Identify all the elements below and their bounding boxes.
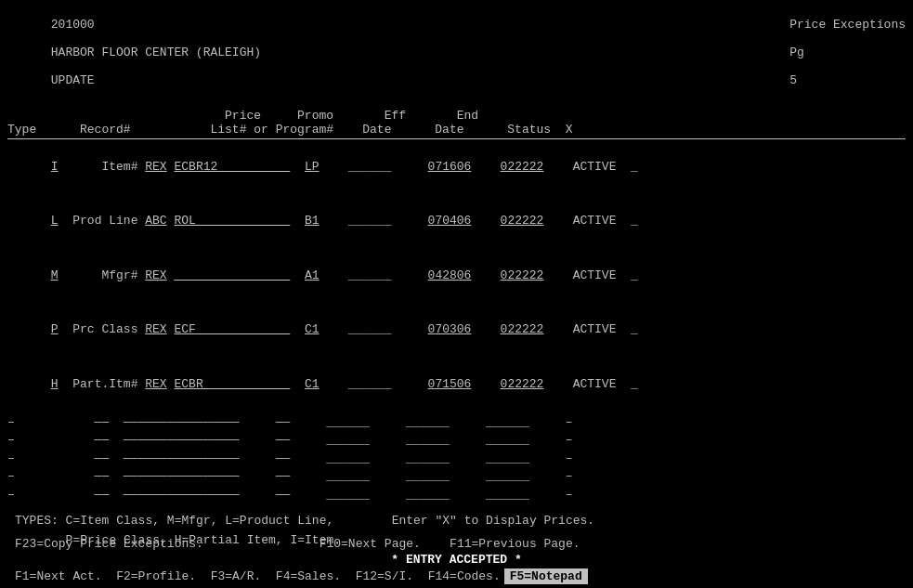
- promo-2[interactable]: ______: [348, 214, 392, 228]
- promo-1[interactable]: ______: [348, 160, 392, 174]
- status-1: ACTIVE: [573, 160, 617, 174]
- type-code-4[interactable]: P: [51, 322, 59, 336]
- bottom-bar: F23=Copy Price Exceptions. F10=Next Page…: [7, 537, 906, 584]
- rec1-5[interactable]: REX: [145, 377, 166, 391]
- rec2-5[interactable]: ECBR: [174, 377, 290, 391]
- eff-5[interactable]: 071506: [428, 377, 472, 391]
- rec1-4[interactable]: REX: [145, 322, 166, 336]
- list-1[interactable]: LP: [305, 160, 320, 174]
- eff-1[interactable]: 071606: [428, 160, 472, 174]
- list-5[interactable]: C1: [305, 377, 320, 391]
- type-label-1: Item#: [101, 160, 137, 174]
- account-number: 201000: [51, 18, 95, 32]
- table-row: P Prc Class REX ECF C1 ______ 070306 022…: [7, 303, 906, 358]
- end-4[interactable]: 022222: [501, 322, 544, 336]
- type-label-3: Mfgr#: [101, 268, 137, 282]
- promo-4[interactable]: ______: [348, 322, 392, 336]
- f5-notepad-button[interactable]: F5=Notepad: [504, 568, 588, 584]
- x-3[interactable]: _: [631, 268, 638, 282]
- empty-row: – —— ———————————————— —— ______ ______ _…: [7, 413, 906, 432]
- type-code-5[interactable]: H: [51, 377, 59, 391]
- rec2-1[interactable]: ECBR12: [174, 160, 290, 174]
- empty-row: – —— ———————————————— —— ______ ______ _…: [7, 467, 906, 486]
- rec2-3[interactable]: ___: [174, 268, 290, 282]
- table-row: L Prod Line ABC ROL B1 ______ 070406 022…: [7, 194, 906, 249]
- empty-rows: – —— ———————————————— —— ______ ______ _…: [7, 413, 906, 504]
- rec2-4[interactable]: ECF: [174, 322, 290, 336]
- rec2-2[interactable]: ROL: [174, 214, 290, 228]
- list-4[interactable]: C1: [305, 322, 320, 336]
- page-label: Pg: [789, 46, 804, 59]
- status-4: ACTIVE: [573, 322, 617, 336]
- rec1-3[interactable]: REX: [145, 268, 166, 282]
- function-keys-line: F1=Next Act. F2=Profile. F3=A/R. F4=Sale…: [15, 568, 898, 584]
- data-rows: I Item# REX ECBR12 LP ______ 071606 0222…: [7, 139, 906, 412]
- table-row: M Mfgr# REX ___ A1 ______ 042806 022222 …: [7, 248, 906, 303]
- end-3[interactable]: 022222: [501, 268, 544, 282]
- fn-keys-text: F1=Next Act. F2=Profile. F3=A/R. F4=Sale…: [15, 569, 501, 583]
- table-row: I Item# REX ECBR12 LP ______ 071606 0222…: [7, 139, 906, 194]
- status-2: ACTIVE: [573, 214, 617, 228]
- col-headers-line1: Price Promo Eff End: [7, 109, 906, 123]
- screen: 201000 HARBOR FLOOR CENTER (RALEIGH) UPD…: [7, 4, 906, 584]
- list-2[interactable]: B1: [305, 214, 320, 228]
- type-code-1[interactable]: I: [51, 160, 59, 174]
- list-3[interactable]: A1: [305, 268, 320, 282]
- col-headers-line2: Type Record# List# or Program# Date Date…: [7, 123, 906, 139]
- company-name: HARBOR FLOOR CENTER (RALEIGH): [51, 46, 261, 59]
- type-code-2[interactable]: L: [51, 214, 59, 228]
- empty-row: – —— ———————————————— —— ______ ______ _…: [7, 431, 906, 450]
- rec1-2[interactable]: ABC: [145, 214, 166, 228]
- status-5: ACTIVE: [573, 377, 617, 391]
- eff-3[interactable]: 042806: [428, 268, 472, 282]
- f23-line: F23=Copy Price Exceptions. F10=Next Page…: [15, 537, 898, 551]
- promo-5[interactable]: ______: [348, 377, 392, 391]
- x-1[interactable]: _: [631, 160, 638, 174]
- type-code-3[interactable]: M: [51, 268, 59, 282]
- header-left: 201000 HARBOR FLOOR CENTER (RALEIGH) UPD…: [7, 4, 261, 101]
- x-2[interactable]: _: [631, 214, 638, 228]
- type-label-4: Prc Class: [72, 322, 137, 336]
- empty-row: – —— ———————————————— —— ______ ______ _…: [7, 450, 906, 468]
- types-line1: TYPES: C=Item Class, M=Mfgr, L=Product L…: [15, 512, 898, 531]
- eff-2[interactable]: 070406: [428, 214, 472, 228]
- type-label-2: Prod Line: [72, 214, 137, 228]
- end-5[interactable]: 022222: [501, 377, 544, 391]
- end-2[interactable]: 022222: [501, 214, 544, 228]
- header-line: 201000 HARBOR FLOOR CENTER (RALEIGH) UPD…: [7, 4, 906, 101]
- x-5[interactable]: _: [631, 377, 638, 391]
- table-row: H Part.Itm# REX ECBR C1 ______ 071506 02…: [7, 357, 906, 412]
- type-label-5: Part.Itm#: [72, 377, 137, 391]
- empty-row: – —— ———————————————— —— ______ ______ _…: [7, 486, 906, 504]
- eff-4[interactable]: 070306: [428, 322, 472, 336]
- x-4[interactable]: _: [631, 322, 638, 336]
- mode: UPDATE: [51, 73, 95, 87]
- status-3: ACTIVE: [573, 268, 617, 282]
- header-right: Price Exceptions Pg 5: [746, 4, 906, 101]
- end-1[interactable]: 022222: [501, 160, 544, 174]
- rec1-1[interactable]: REX: [145, 160, 166, 174]
- entry-accepted: * ENTRY ACCEPTED *: [15, 553, 898, 567]
- section-title: Price Exceptions: [789, 18, 906, 32]
- page-number: 5: [789, 73, 797, 87]
- promo-3[interactable]: ______: [348, 268, 392, 282]
